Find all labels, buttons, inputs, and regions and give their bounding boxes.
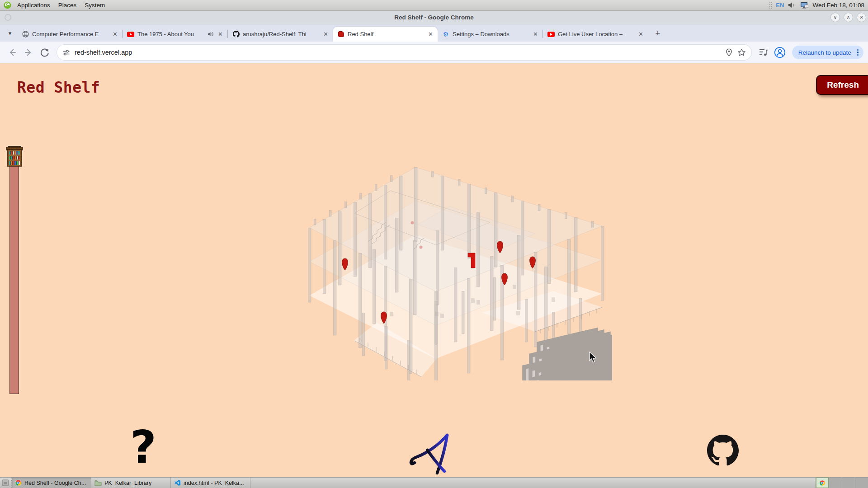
taskbar: Red Shelf - Google Ch... PK_Kelkar_Libra… — [0, 477, 868, 488]
vscode-icon — [174, 479, 181, 486]
tab-close-icon[interactable]: ✕ — [217, 30, 224, 38]
taskbar-window-title: PK_Kelkar_Library — [104, 480, 151, 486]
tab-close-icon[interactable]: ✕ — [111, 30, 119, 38]
tab-settings-downloads[interactable]: ⚙ Settings – Downloads ✕ — [438, 27, 542, 42]
window-menu-icon[interactable] — [5, 14, 11, 21]
workspace-1[interactable] — [816, 478, 829, 488]
taskbar-window-title: Red Shelf - Google Ch... — [24, 480, 86, 486]
tab-close-icon[interactable]: ✕ — [322, 30, 330, 38]
taskbar-window-title: index.html - PK_Kelka... — [184, 480, 244, 486]
forward-button[interactable] — [21, 45, 36, 60]
close-button[interactable]: ✕ — [857, 13, 866, 22]
taskbar-window-file-manager[interactable]: PK_Kelkar_Library — [91, 478, 171, 488]
menu-places[interactable]: Places — [54, 0, 81, 10]
mouse-cursor — [589, 352, 599, 363]
red-shelf-page: Red Shelf Refresh — [0, 63, 868, 477]
tab-title: Red Shelf — [348, 31, 424, 38]
tab-close-icon[interactable]: ✕ — [637, 30, 645, 38]
minimize-button[interactable]: ∨ — [830, 13, 840, 22]
keyboard-layout-indicator[interactable]: EN — [776, 2, 784, 9]
window-title: Red Shelf - Google Chrome — [394, 14, 474, 21]
tab-github-red-shelf[interactable]: arushraju/Red-Shelf: Thi ✕ — [228, 27, 333, 42]
chrome-icon — [819, 480, 826, 486]
youtube-icon — [547, 31, 555, 38]
profile-avatar-icon[interactable] — [772, 45, 788, 60]
github-icon — [232, 31, 240, 38]
distro-logo-icon — [4, 1, 11, 9]
address-input[interactable]: red-shelf.vercel.app — [75, 49, 721, 56]
taskbar-window-vscode[interactable]: index.html - PK_Kelka... — [171, 478, 250, 488]
applet-handle[interactable] — [769, 2, 772, 9]
library-3d-model[interactable] — [300, 164, 612, 382]
maximize-button[interactable]: ∧ — [844, 13, 853, 22]
bookmark-star-icon[interactable] — [737, 48, 746, 57]
floor-slider-bookshelf-thumb[interactable] — [6, 146, 23, 167]
taskbar-window-red-shelf[interactable]: Red Shelf - Google Ch... — [12, 478, 91, 488]
back-button[interactable] — [5, 45, 20, 60]
audio-playing-icon[interactable] — [208, 31, 213, 37]
show-desktop-icon[interactable] — [0, 478, 12, 488]
github-link[interactable] — [707, 435, 739, 468]
network-monitor-icon[interactable] — [800, 2, 808, 9]
browser-toolbar: red-shelf.vercel.app Relaunch to update — [0, 42, 868, 63]
reload-button[interactable] — [37, 45, 52, 60]
workspace-3[interactable] — [842, 478, 855, 488]
relaunch-label: Relaunch to update — [798, 49, 851, 56]
menu-system[interactable]: System — [80, 0, 109, 10]
volume-icon[interactable] — [788, 2, 796, 9]
tab-the-1975-about-you[interactable]: The 1975 - About You ✕ — [123, 27, 227, 42]
floor-slider-track[interactable] — [9, 152, 19, 394]
new-tab-button[interactable]: + — [651, 27, 664, 40]
globe-icon — [22, 31, 29, 38]
location-pin-icon[interactable] — [725, 48, 733, 57]
relaunch-to-update-button[interactable]: Relaunch to update — [792, 46, 863, 59]
tab-title: Computer Performance E — [32, 31, 108, 38]
site-settings-icon[interactable] — [62, 49, 70, 56]
signature-a-logo[interactable] — [408, 433, 454, 477]
tab-get-live-user-location[interactable]: Get Live User Location – ✕ — [543, 27, 648, 42]
folder-icon — [94, 480, 102, 486]
tab-title: Get Live User Location – — [558, 31, 634, 38]
chrome-icon — [15, 479, 22, 486]
help-button[interactable]: ? — [130, 425, 156, 470]
tab-computer-performance[interactable]: Computer Performance E ✕ — [17, 27, 122, 42]
tab-strip: ▾ Computer Performance E ✕ The 1975 - Ab… — [0, 24, 868, 42]
tab-title: The 1975 - About You — [137, 31, 204, 38]
refresh-button[interactable]: Refresh — [816, 75, 868, 95]
window-titlebar[interactable]: Red Shelf - Google Chrome ∨ ∧ ✕ — [0, 11, 868, 24]
desktop-menubar: Applications Places System EN Wed Feb 18… — [0, 0, 868, 11]
tab-title: arushraju/Red-Shelf: Thi — [243, 31, 319, 38]
omnibox[interactable]: red-shelf.vercel.app — [57, 45, 751, 60]
tab-close-icon[interactable]: ✕ — [427, 30, 434, 38]
tab-close-icon[interactable]: ✕ — [532, 30, 539, 38]
workspace-switcher — [816, 478, 868, 488]
site-logo: Red Shelf — [17, 79, 100, 96]
youtube-icon — [127, 31, 134, 38]
tab-title: Settings – Downloads — [453, 31, 528, 38]
workspace-4[interactable] — [855, 478, 868, 488]
clock[interactable]: Wed Feb 18, 01:08 — [812, 2, 864, 9]
tab-search-chevron-icon[interactable]: ▾ — [4, 27, 16, 39]
settings-gear-icon: ⚙ — [442, 31, 449, 38]
menu-applications[interactable]: Applications — [13, 0, 54, 10]
red-shelf-favicon — [337, 31, 344, 38]
browser-menu-kebab-icon[interactable] — [855, 47, 860, 58]
tab-red-shelf-active[interactable]: Red Shelf ✕ — [333, 27, 438, 42]
media-controls-icon[interactable] — [756, 45, 771, 60]
workspace-2[interactable] — [829, 478, 842, 488]
